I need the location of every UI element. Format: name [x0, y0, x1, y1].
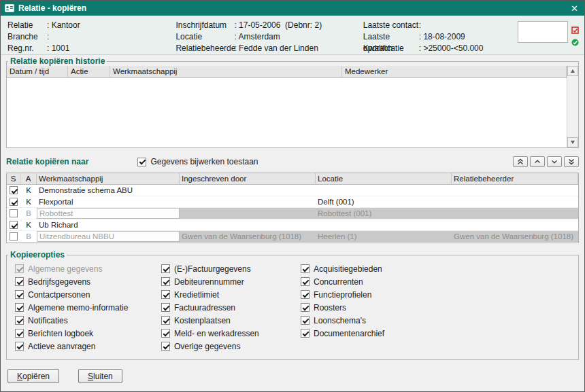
copy-to-title: Relatie kopiëren naar [6, 157, 88, 166]
field-label: Laatste contact [363, 20, 419, 31]
scrollbar-track[interactable] [567, 76, 578, 137]
option-acquisitiegebieden[interactable]: Acquisitiegebieden [301, 262, 578, 275]
option-notificaties[interactable]: Notificaties [15, 314, 161, 327]
option-checkbox[interactable] [161, 264, 170, 273]
option-label: Contactpersonen [28, 290, 90, 300]
kopieren-button-label: Kopiëren [17, 372, 50, 381]
relatie-kopieren-dialog: Relatie - kopiëren ✕ Relatie: Kantoor Br… [0, 0, 585, 392]
option-checkbox[interactable] [15, 316, 24, 325]
option-label: Overige gegevens [174, 342, 240, 351]
cell-locatie [316, 219, 452, 230]
history-table-body[interactable] [7, 78, 567, 147]
option-documentenarchief[interactable]: Documentenarchief [301, 327, 578, 340]
table-row[interactable]: K Flexportal Delft (001) [7, 196, 578, 208]
move-top-button[interactable] [513, 156, 528, 167]
history-scrollbar[interactable] [567, 66, 578, 147]
option-functieprofielen[interactable]: Functieprofielen [301, 288, 578, 301]
cell-ingeschreven-door [180, 219, 316, 230]
option-debiteurennummer[interactable]: Debiteurennummer [161, 275, 301, 288]
photo-placeholder [518, 21, 568, 43]
option-checkbox[interactable] [15, 329, 24, 338]
row-select-checkbox[interactable] [10, 221, 18, 229]
option-factuuradressen[interactable]: Factuuradressen [161, 301, 301, 314]
column-header: Ingeschreven door [180, 173, 316, 184]
table-row[interactable]: B Robottest Robottest (001) [7, 208, 578, 219]
option-checkbox[interactable] [15, 303, 24, 312]
cell-locatie: Delft (001) [316, 196, 452, 207]
row-select-checkbox[interactable] [10, 232, 18, 240]
option-label: Kostenplaatsen [174, 316, 231, 325]
option-algemene-memo-informatie[interactable]: Algemene memo-informatie [15, 301, 161, 314]
option-kostenplaatsen[interactable]: Kostenplaatsen [161, 314, 301, 327]
row-type-letter: K [20, 196, 37, 207]
option-label: Loonschema's [314, 316, 366, 325]
field-value: : [47, 31, 49, 43]
option-checkbox[interactable] [15, 277, 24, 286]
table-row[interactable]: B Uitzendbureau NBBU Gwen van de Waarsen… [7, 231, 578, 243]
copy-to-table: S A Werkmaatschappij Ingeschreven door L… [6, 173, 579, 243]
copy-to-table-header: S A Werkmaatschappij Ingeschreven door L… [7, 173, 578, 185]
option-label: Algemene memo-informatie [28, 303, 128, 313]
update-data-checkbox-input[interactable] [137, 158, 146, 166]
option-loonschemas[interactable]: Loonschema's [301, 314, 578, 327]
row-select-checkbox[interactable] [10, 209, 18, 217]
cell-relatiebeheerder: Gwen van de Waarsenburg (1018) [452, 231, 578, 242]
move-down-button[interactable] [547, 156, 562, 167]
option-e-factuurgegevens[interactable]: (E-)Factuurgegevens [161, 262, 301, 275]
option-meld-en-werkadressen[interactable]: Meld- en werkadressen [161, 327, 301, 340]
column-header: Locatie [316, 173, 452, 184]
option-checkbox[interactable] [15, 342, 24, 351]
row-select-checkbox[interactable] [10, 198, 18, 206]
option-overige-gegevens[interactable]: Overige gegevens [161, 340, 301, 353]
titlebar[interactable]: Relatie - kopiëren ✕ [1, 1, 584, 16]
scroll-down-icon[interactable] [567, 137, 578, 147]
table-row[interactable]: K Demonstratie schema ABU [7, 185, 578, 196]
option-checkbox[interactable] [301, 290, 310, 299]
scroll-up-icon[interactable] [567, 66, 578, 76]
update-data-checkbox[interactable]: Gegevens bijwerken toestaan [137, 157, 258, 166]
option-checkbox[interactable] [301, 264, 310, 273]
header-column-middle: Inschrijfdatum: 17-05-2006 (Debnr: 2) Lo… [176, 20, 363, 54]
move-bottom-button[interactable] [564, 156, 579, 167]
option-label: Debiteurennummer [174, 277, 244, 287]
option-checkbox[interactable] [15, 290, 24, 299]
option-checkbox[interactable] [301, 329, 310, 338]
option-checkbox[interactable] [161, 329, 170, 338]
option-checkbox[interactable] [161, 316, 170, 325]
field-value: : Fedde van der Linden [234, 43, 318, 54]
move-up-button[interactable] [530, 156, 545, 167]
options-group-title: Kopieeropties [8, 250, 67, 260]
cell-werkmaatschappij: Uitzendbureau NBBU [37, 231, 180, 242]
option-checkbox[interactable] [301, 316, 310, 325]
history-table-header: Datum / tijd Actie Werkmaatschappij Mede… [7, 66, 567, 78]
option-kredietlimiet[interactable]: Kredietlimiet [161, 288, 301, 301]
option-checkbox[interactable] [161, 303, 170, 312]
column-header: Medewerker [342, 66, 567, 77]
cell-relatiebeheerder [452, 185, 578, 196]
option-checkbox[interactable] [161, 290, 170, 299]
option-contactpersonen[interactable]: Contactpersonen [15, 288, 161, 301]
status-green-check-icon [571, 39, 579, 48]
option-actieve-aanvragen[interactable]: Actieve aanvragen [15, 340, 161, 353]
row-select-checkbox[interactable] [10, 186, 18, 194]
field-value: : [419, 20, 421, 31]
option-label: Concurrenten [314, 277, 363, 287]
option-roosters[interactable]: Roosters [301, 301, 578, 314]
kopieeropties-groupbox: Kopieeropties Algemene gegevens Bedrijfs… [6, 250, 579, 360]
option-concurrenten[interactable]: Concurrenten [301, 275, 578, 288]
option-checkbox[interactable] [161, 342, 170, 351]
option-checkbox[interactable] [301, 303, 310, 312]
field-label: Inschrijfdatum [176, 20, 234, 31]
option-bedrijfsgegevens[interactable]: Bedrijfsgegevens [15, 275, 161, 288]
option-checkbox[interactable] [301, 277, 310, 286]
close-icon[interactable]: ✕ [569, 4, 580, 13]
table-row[interactable]: K Ub Richard [7, 219, 578, 231]
field-label: Relatie [7, 20, 47, 31]
option-berichten-logboek[interactable]: Berichten logboek [15, 327, 161, 340]
cell-ingeschreven-door: Gwen van de Waarsenburg (1018) [180, 231, 316, 242]
option-algemene-gegevens[interactable]: Algemene gegevens [15, 262, 161, 275]
option-checkbox[interactable] [15, 264, 24, 273]
kopieren-button[interactable]: Kopiëren [7, 369, 59, 383]
sluiten-button[interactable]: Sluiten [78, 369, 122, 383]
option-checkbox[interactable] [161, 277, 170, 286]
